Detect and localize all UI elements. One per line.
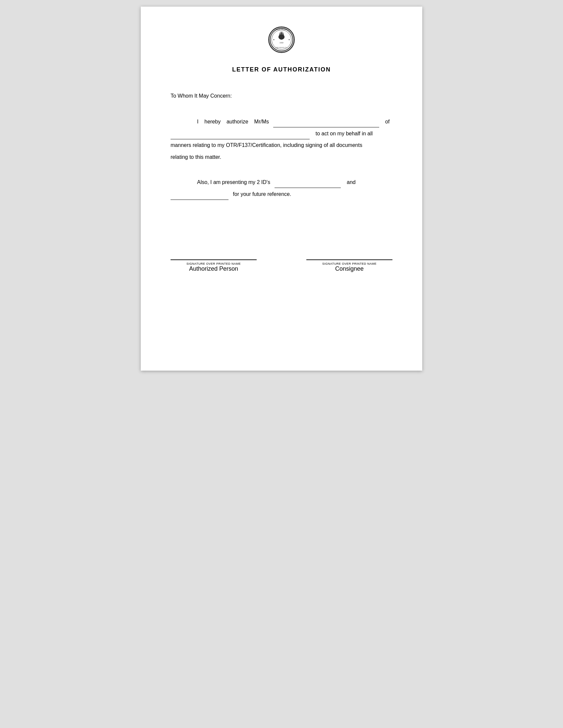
consignee-sig-line <box>306 259 393 260</box>
authorized-sig-label-large: Authorized Person <box>170 265 257 272</box>
id1-line <box>274 176 341 188</box>
authorized-sig-label-small: SIGNATURE OVER PRINTED NAME <box>170 262 257 265</box>
body-paragraph-1: I hereby authorize Mr/Ms of to act on my… <box>170 115 393 163</box>
para1-of: of <box>385 119 390 124</box>
body-paragraph-2: Also, I am presenting my 2 ID's and for … <box>170 176 393 200</box>
id2-line <box>170 188 228 200</box>
para1-authorize: authorize <box>226 119 248 124</box>
signature-block-consignee: SIGNATURE OVER PRINTED NAME Consignee <box>306 259 393 272</box>
para2-and: and <box>347 179 356 185</box>
consignee-sig-label-small: SIGNATURE OVER PRINTED NAME <box>306 262 393 265</box>
para1-hereby: hereby <box>204 119 220 124</box>
university-logo: JOSE RIZAL UNIVERSITY 1919 <box>268 26 295 53</box>
consignee-sig-label-large: Consignee <box>306 265 393 272</box>
document-page: JOSE RIZAL UNIVERSITY 1919 LETTER OF AUT… <box>141 7 422 371</box>
para1-to-act: to act on my behalf in all <box>316 131 373 136</box>
address-line <box>170 127 310 139</box>
signature-section: SIGNATURE OVER PRINTED NAME Authorized P… <box>170 226 393 272</box>
svg-point-12 <box>289 39 290 40</box>
mrms-name-line <box>273 115 379 127</box>
signature-block-authorized: SIGNATURE OVER PRINTED NAME Authorized P… <box>170 259 257 272</box>
greeting-text: To Whom It May Concern: <box>170 93 393 99</box>
para1-i: I <box>197 119 198 124</box>
para1-relating: relating to this matter. <box>170 154 221 160</box>
para1-mrms: Mr/Ms <box>254 119 269 124</box>
svg-text:JOSE RIZAL: JOSE RIZAL <box>275 29 288 30</box>
svg-point-11 <box>273 39 274 40</box>
svg-point-7 <box>278 34 285 39</box>
para1-manners: manners relating to my OTR/F137/Certific… <box>170 142 362 148</box>
authorized-sig-line <box>170 259 257 260</box>
para2-for-reference: for your future reference. <box>233 191 291 197</box>
svg-text:1919: 1919 <box>279 42 283 44</box>
para2-also: Also, I am presenting my 2 ID's <box>197 179 270 185</box>
svg-text:UNIVERSITY: UNIVERSITY <box>275 47 288 49</box>
document-header: JOSE RIZAL UNIVERSITY 1919 <box>170 26 393 53</box>
document-title: LETTER OF AUTHORIZATION <box>170 66 393 73</box>
